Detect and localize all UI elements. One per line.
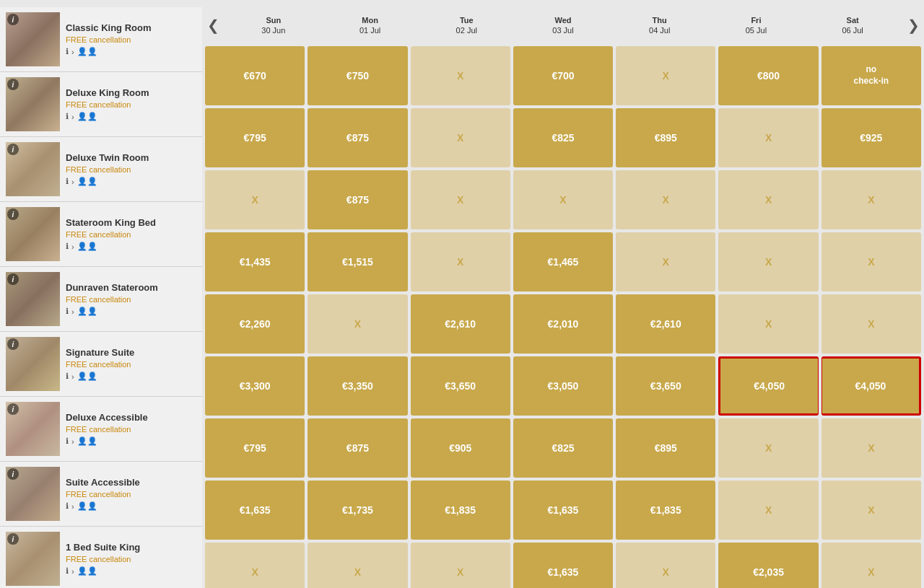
price-cell[interactable]: X [308, 543, 407, 588]
price-cell[interactable]: X [411, 232, 510, 291]
price-cell[interactable]: X [821, 294, 921, 354]
room-item[interactable]: i Suite Accessible FREE cancellation ℹ ›… [0, 462, 202, 527]
room-item[interactable]: i Deluxe Accessible FREE cancellation ℹ … [0, 397, 202, 462]
price-cell[interactable]: €925 [821, 108, 921, 167]
price-cell[interactable]: €2,610 [616, 294, 715, 354]
price-cell[interactable]: X [616, 232, 715, 291]
price-cell[interactable]: €3,300 [205, 356, 305, 416]
price-cell[interactable]: €1,735 [308, 481, 407, 540]
room-item[interactable]: i Stateroom King Bed FREE cancellation ℹ… [0, 202, 202, 267]
room-item[interactable]: i Dunraven Stateroom FREE cancellation ℹ… [0, 267, 202, 332]
price-cell[interactable]: X [718, 294, 818, 354]
price-cell[interactable]: X [205, 170, 305, 229]
price-cell[interactable]: X [411, 170, 510, 229]
price-cell[interactable]: X [513, 170, 613, 229]
price-cell[interactable]: X [718, 481, 818, 540]
calendar-header: ❮ Sun30 JunMon01 JulTue02 JulWed03 JulTh… [202, 7, 924, 43]
room-item[interactable]: i Classic King Room FREE cancellation ℹ … [0, 7, 202, 72]
price-cell[interactable]: X [616, 543, 715, 588]
price-cell[interactable]: €2,010 [513, 294, 613, 354]
info-icon-text: ℹ [66, 177, 69, 186]
room-item[interactable]: i 1 Bed Suite King FREE cancellation ℹ ›… [0, 527, 202, 588]
price-cell[interactable]: X [308, 294, 407, 354]
price-cell[interactable]: X [718, 232, 818, 291]
free-cancel-label: FREE cancellation [66, 100, 196, 109]
price-cell[interactable]: X [411, 543, 510, 588]
price-cell[interactable]: €750 [308, 46, 407, 105]
price-cell[interactable]: €700 [513, 46, 613, 105]
info-icon[interactable]: i [7, 403, 19, 415]
price-cell[interactable]: €1,435 [205, 232, 305, 291]
info-icon[interactable]: i [7, 338, 19, 350]
price-cell[interactable]: X [411, 46, 510, 105]
arrow-icon: › [71, 113, 74, 121]
price-cell[interactable]: €1,635 [205, 481, 305, 540]
price-cell[interactable]: €1,835 [411, 481, 510, 540]
price-cell[interactable]: €3,650 [411, 356, 510, 416]
day-date: 06 Jul [806, 25, 899, 35]
price-cell[interactable]: X [821, 481, 921, 540]
price-cell[interactable]: €4,050 [821, 356, 921, 416]
price-cell[interactable]: €1,835 [616, 481, 715, 540]
info-icon[interactable]: i [7, 79, 19, 90]
price-cell[interactable]: X [718, 418, 818, 478]
price-cell[interactable]: €895 [616, 108, 715, 167]
room-thumbnail: i [6, 207, 60, 261]
info-icon[interactable]: i [7, 273, 19, 285]
price-cell[interactable]: €2,610 [411, 294, 510, 354]
prev-arrow[interactable]: ❮ [202, 17, 224, 34]
price-cell[interactable]: €905 [411, 418, 510, 478]
price-cell[interactable]: €2,260 [205, 294, 305, 354]
price-cell[interactable]: €825 [513, 418, 613, 478]
price-cell[interactable]: nocheck-in [821, 46, 921, 105]
price-cell[interactable]: X [821, 543, 921, 588]
arrow-icon: › [71, 242, 74, 251]
room-item[interactable]: i Deluxe King Room FREE cancellation ℹ ›… [0, 72, 202, 137]
info-icon[interactable]: i [7, 144, 19, 155]
price-row: €795€875€905€825€895XX [205, 418, 921, 478]
day-date: 05 Jul [710, 25, 803, 35]
price-cell[interactable]: €800 [718, 46, 818, 105]
info-icon[interactable]: i [7, 209, 19, 220]
price-cell[interactable]: €1,465 [513, 232, 613, 291]
price-cell[interactable]: €3,350 [308, 356, 407, 416]
price-cell[interactable]: €3,050 [513, 356, 613, 416]
main-container: i Classic King Room FREE cancellation ℹ … [0, 0, 924, 588]
room-item[interactable]: i Deluxe Twin Room FREE cancellation ℹ ›… [0, 137, 202, 202]
room-info: Dunraven Stateroom FREE cancellation ℹ ›… [66, 282, 196, 316]
price-cell[interactable]: X [718, 170, 818, 229]
price-cell[interactable]: €1,635 [513, 543, 613, 588]
occupancy-icons: 👤👤 [77, 177, 97, 186]
price-cell[interactable]: X [205, 543, 305, 588]
price-cell[interactable]: X [616, 170, 715, 229]
info-icon[interactable]: i [7, 14, 19, 25]
price-cell[interactable]: €875 [308, 108, 407, 167]
price-cell[interactable]: €1,515 [308, 232, 407, 291]
price-cell[interactable]: X [718, 108, 818, 167]
info-icon[interactable]: i [7, 533, 19, 545]
price-cell[interactable]: €895 [616, 418, 715, 478]
price-cell[interactable]: €1,635 [513, 481, 613, 540]
day-date: 03 Jul [516, 25, 610, 35]
info-icon[interactable]: i [7, 468, 19, 480]
date-column-header: Thu04 Jul [613, 15, 707, 36]
price-cell[interactable]: X [821, 170, 921, 229]
room-icons: ℹ › 👤👤 [66, 372, 196, 381]
occupancy-icons: 👤👤 [77, 112, 97, 121]
room-item[interactable]: i Signature Suite FREE cancellation ℹ › … [0, 332, 202, 397]
price-cell[interactable]: X [821, 232, 921, 291]
price-cell[interactable]: €795 [205, 108, 305, 167]
next-arrow[interactable]: ❯ [902, 17, 924, 34]
price-cell[interactable]: €875 [308, 170, 407, 229]
price-cell[interactable]: €670 [205, 46, 305, 105]
price-cell[interactable]: €2,035 [718, 543, 818, 588]
price-cell[interactable]: X [616, 46, 715, 105]
price-cell[interactable]: €825 [513, 108, 613, 167]
price-cell[interactable]: X [821, 418, 921, 478]
price-cell[interactable]: €875 [308, 418, 407, 478]
price-cell[interactable]: €4,050 [718, 356, 818, 416]
room-thumbnail: i [6, 77, 60, 131]
price-cell[interactable]: €795 [205, 418, 305, 478]
price-cell[interactable]: €3,650 [616, 356, 715, 416]
price-cell[interactable]: X [411, 108, 510, 167]
